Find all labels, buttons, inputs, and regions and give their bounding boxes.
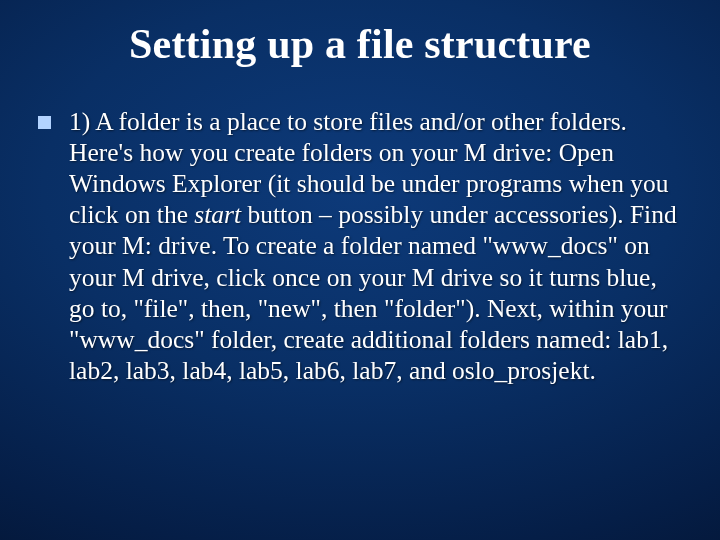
square-bullet-icon bbox=[38, 116, 51, 129]
body-italic: start bbox=[194, 200, 241, 229]
body-text: 1) A folder is a place to store files an… bbox=[69, 106, 682, 386]
slide: Setting up a file structure 1) A folder … bbox=[0, 0, 720, 540]
bullet-row: 1) A folder is a place to store files an… bbox=[38, 106, 682, 386]
slide-title: Setting up a file structure bbox=[38, 20, 682, 68]
